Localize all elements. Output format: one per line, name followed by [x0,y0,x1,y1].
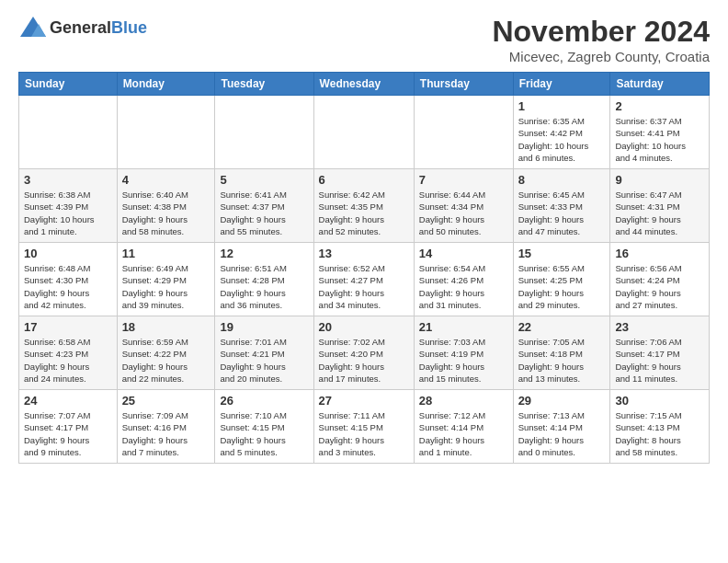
logo-blue: Blue [111,18,147,37]
day-number: 20 [319,320,409,334]
calendar-cell: 20Sunrise: 7:02 AM Sunset: 4:20 PM Dayli… [313,316,414,390]
day-info: Sunrise: 7:11 AM Sunset: 4:15 PM Dayligh… [319,409,409,458]
day-number: 4 [122,173,210,187]
day-info: Sunrise: 7:10 AM Sunset: 4:15 PM Dayligh… [220,409,308,458]
day-number: 14 [419,247,508,260]
day-number: 5 [220,173,308,187]
header: GeneralBlue November 2024 Micevec, Zagre… [18,15,710,64]
calendar-cell: 6Sunrise: 6:42 AM Sunset: 4:35 PM Daylig… [313,169,414,243]
calendar-cell: 27Sunrise: 7:11 AM Sunset: 4:15 PM Dayli… [313,390,414,464]
calendar-cell: 8Sunrise: 6:45 AM Sunset: 4:33 PM Daylig… [513,169,610,243]
day-number: 28 [419,394,508,408]
day-info: Sunrise: 7:03 AM Sunset: 4:19 PM Dayligh… [419,336,508,385]
logo-icon [18,15,48,40]
calendar-cell: 9Sunrise: 6:47 AM Sunset: 4:31 PM Daylig… [610,169,710,243]
calendar-cell: 17Sunrise: 6:58 AM Sunset: 4:23 PM Dayli… [19,316,118,390]
day-number: 7 [419,173,508,187]
calendar-cell: 22Sunrise: 7:05 AM Sunset: 4:18 PM Dayli… [513,316,610,390]
day-info: Sunrise: 6:40 AM Sunset: 4:38 PM Dayligh… [122,189,210,237]
day-info: Sunrise: 6:42 AM Sunset: 4:35 PM Dayligh… [319,189,409,237]
day-number: 19 [220,320,308,334]
day-number: 1 [518,99,606,113]
day-info: Sunrise: 7:13 AM Sunset: 4:14 PM Dayligh… [518,409,606,458]
header-sunday: Sunday [19,73,118,96]
day-number: 22 [518,320,606,334]
day-number: 6 [319,173,409,187]
day-number: 29 [518,394,606,408]
day-number: 9 [615,173,704,187]
day-info: Sunrise: 7:05 AM Sunset: 4:18 PM Dayligh… [518,336,606,385]
calendar-cell: 23Sunrise: 7:06 AM Sunset: 4:17 PM Dayli… [610,316,710,390]
calendar-cell: 29Sunrise: 7:13 AM Sunset: 4:14 PM Dayli… [513,390,610,464]
logo: GeneralBlue [18,15,147,40]
day-number: 17 [24,320,112,334]
header-friday: Friday [513,73,610,96]
day-number: 18 [122,320,210,334]
calendar-cell: 30Sunrise: 7:15 AM Sunset: 4:13 PM Dayli… [610,390,710,464]
day-info: Sunrise: 7:06 AM Sunset: 4:17 PM Dayligh… [615,336,704,385]
day-number: 27 [319,394,409,408]
calendar-week-row: 1Sunrise: 6:35 AM Sunset: 4:42 PM Daylig… [19,96,710,169]
day-info: Sunrise: 6:37 AM Sunset: 4:41 PM Dayligh… [615,115,704,164]
location-subtitle: Micevec, Zagreb County, Croatia [492,49,710,64]
day-info: Sunrise: 6:48 AM Sunset: 4:30 PM Dayligh… [24,262,112,311]
day-info: Sunrise: 6:49 AM Sunset: 4:29 PM Dayligh… [122,262,210,311]
day-info: Sunrise: 7:15 AM Sunset: 4:13 PM Dayligh… [615,409,704,458]
calendar-cell [414,96,513,169]
day-number: 2 [615,99,704,113]
calendar-cell: 24Sunrise: 7:07 AM Sunset: 4:17 PM Dayli… [19,390,118,464]
day-number: 25 [122,394,210,408]
calendar-cell [19,96,118,169]
calendar-cell: 1Sunrise: 6:35 AM Sunset: 4:42 PM Daylig… [513,96,610,169]
day-info: Sunrise: 7:07 AM Sunset: 4:17 PM Dayligh… [24,409,112,458]
day-info: Sunrise: 6:41 AM Sunset: 4:37 PM Dayligh… [220,189,308,237]
day-number: 11 [122,247,210,260]
day-number: 16 [615,247,704,260]
calendar-week-row: 10Sunrise: 6:48 AM Sunset: 4:30 PM Dayli… [19,243,710,316]
calendar-cell: 18Sunrise: 6:59 AM Sunset: 4:22 PM Dayli… [117,316,215,390]
calendar-cell: 14Sunrise: 6:54 AM Sunset: 4:26 PM Dayli… [414,243,513,316]
calendar-cell: 25Sunrise: 7:09 AM Sunset: 4:16 PM Dayli… [117,390,215,464]
day-number: 3 [24,173,112,187]
calendar-cell: 12Sunrise: 6:51 AM Sunset: 4:28 PM Dayli… [215,243,313,316]
day-info: Sunrise: 7:12 AM Sunset: 4:14 PM Dayligh… [419,409,508,458]
day-number: 12 [220,247,308,260]
day-number: 10 [24,247,112,260]
day-info: Sunrise: 7:09 AM Sunset: 4:16 PM Dayligh… [122,409,210,458]
calendar-cell: 13Sunrise: 6:52 AM Sunset: 4:27 PM Dayli… [313,243,414,316]
day-info: Sunrise: 6:44 AM Sunset: 4:34 PM Dayligh… [419,189,508,237]
day-info: Sunrise: 7:02 AM Sunset: 4:20 PM Dayligh… [319,336,409,385]
calendar-table: Sunday Monday Tuesday Wednesday Thursday… [18,72,710,464]
weekday-header-row: Sunday Monday Tuesday Wednesday Thursday… [19,73,710,96]
calendar-cell: 16Sunrise: 6:56 AM Sunset: 4:24 PM Dayli… [610,243,710,316]
calendar-cell: 5Sunrise: 6:41 AM Sunset: 4:37 PM Daylig… [215,169,313,243]
day-number: 13 [319,247,409,260]
title-section: November 2024 Micevec, Zagreb County, Cr… [492,15,710,64]
day-info: Sunrise: 6:55 AM Sunset: 4:25 PM Dayligh… [518,262,606,311]
logo-general: General [50,18,111,37]
header-saturday: Saturday [610,73,710,96]
calendar-cell: 26Sunrise: 7:10 AM Sunset: 4:15 PM Dayli… [215,390,313,464]
calendar-cell: 19Sunrise: 7:01 AM Sunset: 4:21 PM Dayli… [215,316,313,390]
day-info: Sunrise: 6:45 AM Sunset: 4:33 PM Dayligh… [518,189,606,237]
day-info: Sunrise: 6:56 AM Sunset: 4:24 PM Dayligh… [615,262,704,311]
calendar-cell: 28Sunrise: 7:12 AM Sunset: 4:14 PM Dayli… [414,390,513,464]
calendar-cell: 10Sunrise: 6:48 AM Sunset: 4:30 PM Dayli… [19,243,118,316]
header-monday: Monday [117,73,215,96]
day-info: Sunrise: 6:47 AM Sunset: 4:31 PM Dayligh… [615,189,704,237]
day-info: Sunrise: 6:59 AM Sunset: 4:22 PM Dayligh… [122,336,210,385]
day-number: 30 [615,394,704,408]
calendar-cell: 11Sunrise: 6:49 AM Sunset: 4:29 PM Dayli… [117,243,215,316]
day-info: Sunrise: 6:35 AM Sunset: 4:42 PM Dayligh… [518,115,606,164]
header-tuesday: Tuesday [215,73,313,96]
calendar-week-row: 24Sunrise: 7:07 AM Sunset: 4:17 PM Dayli… [19,390,710,464]
calendar-cell: 21Sunrise: 7:03 AM Sunset: 4:19 PM Dayli… [414,316,513,390]
calendar-cell [117,96,215,169]
month-title: November 2024 [492,15,710,49]
day-info: Sunrise: 6:52 AM Sunset: 4:27 PM Dayligh… [319,262,409,311]
calendar-cell: 4Sunrise: 6:40 AM Sunset: 4:38 PM Daylig… [117,169,215,243]
day-number: 24 [24,394,112,408]
day-number: 23 [615,320,704,334]
calendar-cell: 15Sunrise: 6:55 AM Sunset: 4:25 PM Dayli… [513,243,610,316]
day-info: Sunrise: 6:38 AM Sunset: 4:39 PM Dayligh… [24,189,112,237]
